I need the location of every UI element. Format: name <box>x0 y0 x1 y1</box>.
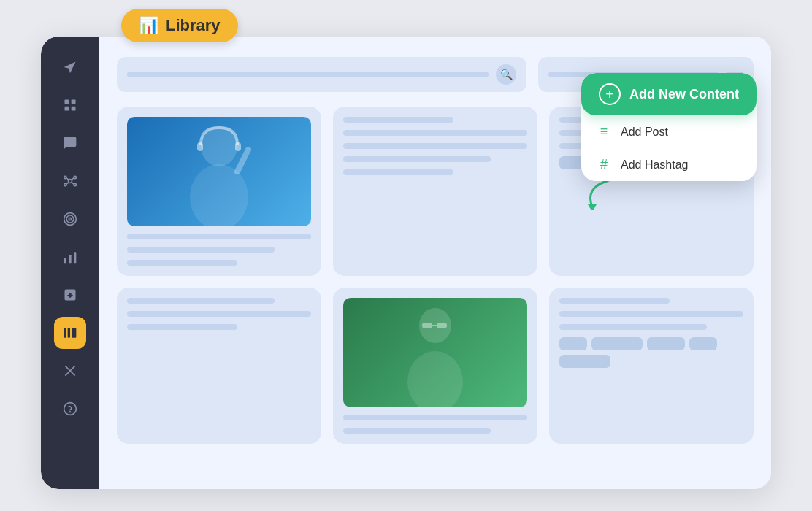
svg-point-32 <box>407 351 463 407</box>
svg-rect-3 <box>72 107 76 111</box>
svg-line-9 <box>66 178 69 180</box>
card-tag <box>647 337 685 350</box>
add-hashtag-label: Add Hashtag <box>621 158 689 172</box>
svg-rect-20 <box>68 328 70 337</box>
content-card-5[interactable] <box>333 288 537 444</box>
card-6-tags <box>559 337 743 368</box>
svg-rect-28 <box>197 142 203 151</box>
search-icon: 🔍 <box>496 64 516 85</box>
plus-icon: + <box>599 83 621 105</box>
svg-point-14 <box>66 215 74 223</box>
svg-rect-17 <box>69 256 71 264</box>
sidebar-item-library[interactable] <box>54 317 86 349</box>
card-6-line-2 <box>559 311 743 317</box>
add-new-content-button[interactable]: + Add New Content <box>581 73 757 115</box>
svg-point-13 <box>64 213 77 226</box>
card-tag <box>689 337 717 350</box>
add-post-item[interactable]: ≡ Add Post <box>581 115 757 148</box>
content-card-1[interactable] <box>117 107 321 276</box>
svg-line-11 <box>66 182 69 185</box>
sidebar-item-navigate[interactable] <box>54 51 86 83</box>
main-content: 🔍 <box>99 36 771 489</box>
outer-wrapper: 📊 Library <box>41 22 771 489</box>
add-content-dropdown: + Add New Content ≡ Add Post # Add Hasht… <box>581 73 757 181</box>
card-6-line-3 <box>559 324 707 330</box>
svg-rect-29 <box>235 142 241 151</box>
card-1-line-2 <box>127 247 275 253</box>
svg-point-25 <box>70 412 71 412</box>
card-4-line-3 <box>127 324 237 330</box>
svg-point-24 <box>64 403 77 415</box>
sidebar-item-settings[interactable] <box>54 355 86 387</box>
sidebar-item-support[interactable] <box>54 393 86 425</box>
sidebar-item-inbox[interactable] <box>54 279 86 311</box>
svg-rect-1 <box>72 100 76 104</box>
add-post-icon: ≡ <box>596 124 612 139</box>
library-badge: 📊 Library <box>121 9 238 42</box>
content-card-6[interactable] <box>549 288 754 444</box>
svg-point-7 <box>64 183 66 185</box>
card-2-line-3 <box>343 143 527 149</box>
dropdown-combined: + Add New Content ≡ Add Post # Add Hasht… <box>581 73 757 181</box>
svg-line-12 <box>72 182 74 185</box>
card-1-image <box>127 117 311 226</box>
svg-rect-16 <box>64 258 66 264</box>
sidebar-item-targets[interactable] <box>54 203 86 235</box>
sidebar-item-dashboard[interactable] <box>54 89 86 121</box>
sidebar-item-network[interactable] <box>54 165 86 197</box>
svg-rect-19 <box>64 328 66 337</box>
content-card-2[interactable] <box>333 107 537 276</box>
svg-rect-2 <box>65 107 69 111</box>
svg-rect-18 <box>74 252 76 263</box>
card-5-line-1 <box>343 415 527 420</box>
add-hashtag-item[interactable]: # Add Hashtag <box>581 148 757 181</box>
svg-rect-21 <box>72 328 77 337</box>
main-card: 🔍 <box>41 36 771 489</box>
card-tag <box>591 337 643 350</box>
svg-rect-33 <box>422 323 432 328</box>
svg-line-10 <box>72 178 74 180</box>
search-line <box>127 72 489 77</box>
search-bar[interactable]: 🔍 <box>117 57 526 92</box>
card-6-line-1 <box>559 298 670 304</box>
card-5-line-2 <box>343 428 491 434</box>
sidebar-item-messages[interactable] <box>54 127 86 159</box>
svg-rect-0 <box>65 100 69 104</box>
svg-rect-34 <box>437 323 447 328</box>
add-post-label: Add Post <box>621 126 668 139</box>
svg-point-8 <box>74 183 76 185</box>
sidebar <box>41 36 99 489</box>
card-1-line-3 <box>127 260 237 266</box>
library-badge-icon: 📊 <box>139 16 158 35</box>
content-card-4[interactable] <box>117 288 321 444</box>
library-badge-text: Library <box>166 16 221 35</box>
svg-point-27 <box>190 164 248 226</box>
card-5-image <box>343 298 527 407</box>
add-hashtag-icon: # <box>596 157 612 172</box>
card-4-line-2 <box>127 311 311 317</box>
sidebar-item-analytics[interactable] <box>54 241 86 273</box>
card-2-line-4 <box>343 156 491 162</box>
add-new-content-label: Add New Content <box>629 87 739 102</box>
card-2-line-2 <box>343 130 527 136</box>
card-tag <box>559 337 587 350</box>
card-2-line-5 <box>343 169 453 175</box>
svg-point-5 <box>64 176 66 178</box>
svg-point-6 <box>74 176 76 178</box>
svg-line-30 <box>237 150 248 172</box>
card-4-line-1 <box>127 298 275 304</box>
card-2-line-1 <box>343 117 453 123</box>
card-tag <box>559 355 610 368</box>
card-1-line-1 <box>127 234 311 239</box>
svg-point-15 <box>69 218 71 220</box>
